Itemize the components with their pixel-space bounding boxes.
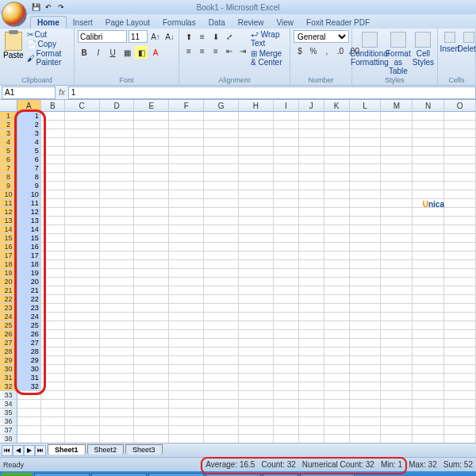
cell[interactable] <box>204 339 239 347</box>
cell[interactable] <box>134 121 169 129</box>
cell-styles-button[interactable]: Cell Styles <box>413 30 434 67</box>
cell[interactable] <box>324 234 350 243</box>
tab-home[interactable]: Home <box>30 16 67 29</box>
cell[interactable] <box>381 374 413 382</box>
cell[interactable] <box>134 199 169 208</box>
cell[interactable] <box>134 286 169 295</box>
row-header[interactable]: 28 <box>0 347 17 356</box>
underline-button[interactable]: U <box>106 46 119 59</box>
cell[interactable] <box>444 190 476 199</box>
format-as-table-button[interactable]: Format as Table <box>386 30 411 75</box>
cell[interactable] <box>444 147 476 155</box>
cell[interactable] <box>65 382 100 391</box>
cell[interactable] <box>324 374 350 382</box>
cell[interactable]: 19 <box>17 269 41 278</box>
cell[interactable] <box>413 155 444 164</box>
row-header[interactable]: 20 <box>0 278 17 286</box>
cell[interactable] <box>169 321 204 330</box>
cell[interactable] <box>134 164 169 173</box>
cell[interactable] <box>204 417 239 426</box>
cell[interactable] <box>381 321 413 330</box>
cell[interactable] <box>350 138 382 147</box>
cell[interactable] <box>239 155 274 164</box>
cell[interactable] <box>381 208 413 217</box>
cell[interactable] <box>41 400 65 409</box>
cell[interactable] <box>17 400 41 409</box>
cell[interactable] <box>65 313 100 321</box>
cell[interactable] <box>169 409 204 417</box>
cell[interactable] <box>350 426 382 435</box>
cell[interactable] <box>381 286 413 295</box>
cell[interactable] <box>100 147 135 155</box>
cell[interactable] <box>239 330 274 339</box>
cell[interactable]: 16 <box>17 243 41 251</box>
cell[interactable] <box>299 382 324 391</box>
row-header[interactable]: 36 <box>0 417 17 426</box>
cell[interactable] <box>274 339 299 347</box>
cell[interactable] <box>41 295 65 304</box>
cell[interactable] <box>134 391 169 400</box>
cell[interactable] <box>169 112 204 121</box>
tab-data[interactable]: Data <box>202 17 232 29</box>
cell[interactable] <box>274 190 299 199</box>
cell[interactable] <box>350 435 382 443</box>
cell[interactable] <box>169 417 204 426</box>
cell[interactable] <box>239 164 274 173</box>
cell[interactable] <box>381 295 413 304</box>
taskbar-item[interactable]: SEO DM <box>263 473 299 476</box>
cell[interactable] <box>324 391 350 400</box>
cell[interactable] <box>169 199 204 208</box>
cell[interactable] <box>350 208 382 217</box>
cell[interactable] <box>41 382 65 391</box>
cell[interactable] <box>134 356 169 365</box>
first-sheet-icon[interactable]: ⏮ <box>2 445 13 456</box>
cell[interactable] <box>381 382 413 391</box>
cell[interactable] <box>65 260 100 269</box>
cell[interactable] <box>444 155 476 164</box>
cell[interactable] <box>299 374 324 382</box>
cell[interactable] <box>413 260 444 269</box>
cell[interactable]: 25 <box>17 321 41 330</box>
save-icon[interactable]: 💾 <box>30 2 41 13</box>
cell[interactable] <box>41 269 65 278</box>
cell[interactable] <box>444 382 476 391</box>
cell[interactable] <box>41 147 65 155</box>
cell[interactable] <box>41 426 65 435</box>
cell[interactable] <box>169 147 204 155</box>
cell[interactable] <box>444 173 476 182</box>
cell[interactable] <box>204 173 239 182</box>
cell[interactable]: 15 <box>17 234 41 243</box>
cell[interactable] <box>65 173 100 182</box>
cell[interactable] <box>381 155 413 164</box>
cell[interactable] <box>350 234 382 243</box>
cell[interactable] <box>299 121 324 129</box>
cell[interactable] <box>381 217 413 225</box>
cell[interactable] <box>381 435 413 443</box>
cell[interactable] <box>350 330 382 339</box>
cell[interactable] <box>17 391 41 400</box>
cell[interactable] <box>204 278 239 286</box>
cell[interactable] <box>100 304 135 313</box>
cell[interactable] <box>169 286 204 295</box>
cell[interactable] <box>41 286 65 295</box>
cell[interactable] <box>134 217 169 225</box>
row-header[interactable]: 22 <box>0 295 17 304</box>
cell[interactable]: 20 <box>17 278 41 286</box>
row-header[interactable]: 33 <box>0 391 17 400</box>
cell[interactable] <box>413 173 444 182</box>
cell[interactable] <box>65 112 100 121</box>
cell[interactable] <box>381 138 413 147</box>
fx-icon[interactable]: fx <box>59 88 65 97</box>
cell[interactable] <box>134 382 169 391</box>
cell[interactable] <box>444 260 476 269</box>
cell[interactable] <box>41 225 65 234</box>
row-header[interactable]: 5 <box>0 147 17 155</box>
cell[interactable] <box>65 347 100 356</box>
cell[interactable] <box>413 243 444 251</box>
cell[interactable] <box>274 199 299 208</box>
cell[interactable]: 8 <box>17 173 41 182</box>
cell[interactable] <box>324 129 350 138</box>
cell[interactable] <box>413 234 444 243</box>
wrap-text-button[interactable]: ⮐ Wrap Text <box>251 30 286 48</box>
next-sheet-icon[interactable]: ▶ <box>24 445 35 456</box>
